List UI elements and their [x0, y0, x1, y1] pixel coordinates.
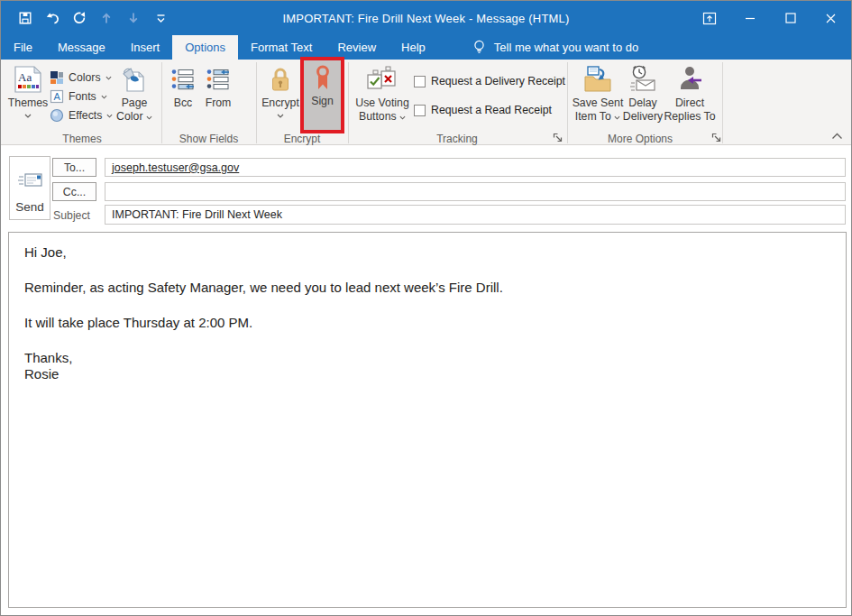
- ribbon-display-options-button[interactable]: [689, 1, 729, 35]
- undo-icon: [45, 11, 60, 25]
- page-color-button[interactable]: Page Color: [111, 62, 158, 131]
- to-button[interactable]: To...: [52, 158, 96, 177]
- window-controls: [689, 1, 851, 35]
- chevron-down-icon: [399, 115, 406, 120]
- theme-fonts-button[interactable]: A Fonts: [50, 87, 107, 106]
- tab-options[interactable]: Options: [172, 35, 238, 60]
- tab-label: Review: [337, 41, 376, 54]
- direct-replies-to-label: Direct Replies To: [663, 97, 717, 123]
- page-color-label: Page Color: [111, 97, 158, 123]
- request-read-receipt-checkbox[interactable]: Request a Read Receipt: [414, 104, 552, 116]
- subject-label: Subject: [53, 209, 90, 222]
- redo-button[interactable]: [68, 6, 91, 30]
- toolbar-options-icon: [156, 13, 166, 23]
- tab-review[interactable]: Review: [325, 35, 389, 60]
- ballot-boxes-icon: [366, 62, 399, 97]
- use-voting-buttons-button[interactable]: Use Voting Buttons: [354, 62, 410, 131]
- show-fields-group-label: Show Fields: [162, 133, 255, 145]
- tab-label: Help: [401, 41, 426, 54]
- theme-colors-label: Colors: [69, 71, 101, 84]
- move-down-button[interactable]: [122, 6, 145, 30]
- body-closing: Thanks,: [24, 350, 828, 366]
- save-icon: [18, 11, 32, 25]
- cc-button-label: Cc...: [63, 186, 86, 198]
- direct-replies-to-button[interactable]: Direct Replies To: [663, 62, 717, 131]
- theme-colors-button[interactable]: Colors: [50, 69, 112, 87]
- cc-button[interactable]: Cc...: [52, 182, 96, 201]
- tab-label: Message: [58, 41, 105, 54]
- message-body-editor[interactable]: Hi Joe, Reminder, as acting Safety Manag…: [8, 232, 847, 608]
- request-delivery-receipt-checkbox[interactable]: Request a Delivery Receipt: [414, 75, 565, 87]
- chevron-down-icon: [24, 114, 32, 118]
- use-voting-buttons-label: Use Voting Buttons: [354, 97, 410, 123]
- arrow-down-icon: [126, 11, 141, 25]
- save-sent-item-to-button[interactable]: Save Sent Item To: [569, 62, 627, 131]
- gold-padlock-icon: [270, 62, 291, 97]
- send-envelope-icon: [17, 170, 42, 191]
- delay-delivery-button[interactable]: Delay Delivery: [619, 62, 666, 131]
- body-paragraph: It will take place Thursday at 2:00 PM.: [24, 315, 828, 331]
- subject-field[interactable]: IMPORTANT: Fire Drill Next Week: [105, 205, 846, 225]
- tell-me-search[interactable]: Tell me what you want to do: [472, 35, 638, 60]
- themes-label: Themes: [8, 97, 48, 110]
- collapse-ribbon-button[interactable]: [830, 130, 843, 143]
- from-button[interactable]: From: [200, 62, 236, 131]
- bcc-button[interactable]: Bcc: [165, 62, 201, 131]
- ribbon: Aa Themes Colors A Fonts Effe: [1, 60, 851, 145]
- minimize-button[interactable]: [729, 1, 770, 35]
- tab-label: Format Text: [251, 41, 312, 54]
- move-up-button[interactable]: [95, 6, 118, 30]
- send-button[interactable]: Send: [9, 156, 50, 220]
- customize-quick-access-toolbar-button[interactable]: [149, 6, 172, 30]
- group-divider: [161, 62, 162, 143]
- themes-aa-icon: Aa: [14, 62, 42, 97]
- sign-label: Sign: [311, 95, 334, 108]
- chevron-down-icon: [277, 114, 284, 118]
- clock-envelope-icon: [628, 62, 658, 97]
- chevron-down-icon: [101, 95, 107, 99]
- themes-button[interactable]: Aa Themes: [6, 62, 50, 131]
- maximize-button[interactable]: [770, 1, 811, 35]
- svg-text:Aa: Aa: [18, 70, 32, 84]
- read-receipt-label: Request a Read Receipt: [431, 104, 552, 116]
- theme-fonts-label: Fonts: [69, 90, 96, 103]
- tab-message[interactable]: Message: [45, 35, 118, 60]
- lightbulb-icon: [472, 40, 486, 55]
- cc-field[interactable]: [105, 182, 846, 201]
- ribbon-display-options-icon: [702, 12, 717, 25]
- minimize-icon: [745, 13, 756, 23]
- tracking-group-label: Tracking: [349, 133, 565, 145]
- tab-help[interactable]: Help: [389, 35, 438, 60]
- tab-label: File: [14, 41, 32, 54]
- to-recipient-address[interactable]: joseph.testuser@gsa.gov: [112, 161, 239, 174]
- tab-label: Options: [185, 41, 225, 54]
- close-button[interactable]: [811, 1, 851, 35]
- theme-fonts-icon: A: [50, 89, 64, 104]
- quick-access-toolbar: [14, 6, 172, 30]
- send-label: Send: [15, 200, 44, 214]
- save-button[interactable]: [14, 6, 37, 30]
- body-greeting: Hi Joe,: [24, 244, 828, 261]
- title-bar: IMPORTANT: Fire Drill Next Week - Messag…: [1, 1, 851, 35]
- theme-effects-button[interactable]: Effects: [50, 106, 113, 124]
- tab-format-text[interactable]: Format Text: [238, 35, 325, 60]
- more-options-group-label: More Options: [568, 133, 712, 145]
- compose-header: Send To... joseph.testuser@gsa.gov Cc...…: [1, 146, 851, 229]
- tab-insert[interactable]: Insert: [118, 35, 173, 60]
- from-fields-icon: [206, 62, 230, 97]
- sign-button[interactable]: Sign: [304, 60, 341, 130]
- to-field[interactable]: joseph.testuser@gsa.gov: [105, 158, 846, 177]
- maximize-icon: [785, 13, 796, 23]
- folder-save-sent-icon: [582, 62, 613, 97]
- encrypt-group-label: Encrypt: [257, 133, 347, 145]
- encrypt-button[interactable]: Encrypt: [261, 62, 300, 131]
- group-divider: [567, 62, 568, 143]
- undo-button[interactable]: [41, 6, 64, 30]
- theme-effects-icon: [50, 108, 64, 123]
- theme-effects-label: Effects: [69, 109, 102, 122]
- person-reply-arrow-icon: [677, 62, 702, 97]
- page-color-icon: [120, 62, 149, 97]
- tell-me-label: Tell me what you want to do: [494, 41, 638, 54]
- tab-file[interactable]: File: [1, 35, 45, 60]
- svg-text:A: A: [54, 91, 61, 102]
